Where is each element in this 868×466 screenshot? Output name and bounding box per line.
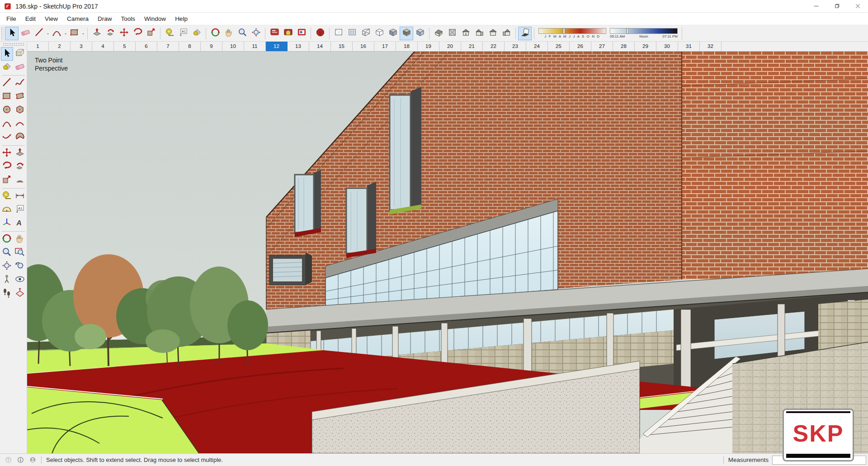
scene-tab-1[interactable]: 1 <box>27 42 49 51</box>
palette-look-around-button[interactable] <box>14 273 26 287</box>
shadow-time-handle[interactable] <box>627 28 629 34</box>
palette-eraser-button[interactable] <box>14 61 26 74</box>
shadow-time-slider[interactable]: 05:11 AMNoon07:11 PM <box>610 28 678 38</box>
toolbar-style-monochrome-button[interactable] <box>413 27 427 40</box>
rectangle-dropdown-button[interactable] <box>81 27 85 40</box>
toolbar-paint-bucket-button[interactable] <box>190 27 203 40</box>
scene-tab-24[interactable]: 24 <box>526 42 548 51</box>
scene-tab-3[interactable]: 3 <box>71 42 92 51</box>
scene-tab-17[interactable]: 17 <box>374 42 396 51</box>
palette-axes-button[interactable] <box>1 217 13 230</box>
toolbar-line-button[interactable] <box>32 27 46 40</box>
palette-follow-me-button[interactable] <box>14 160 26 174</box>
toolbar-view-back-button[interactable] <box>486 27 500 40</box>
toolbar-3d-warehouse-button[interactable] <box>281 27 295 40</box>
toolbar-tape-measure-button[interactable] <box>163 27 176 40</box>
menu-help[interactable]: Help <box>170 14 192 24</box>
scene-tab-18[interactable]: 18 <box>396 42 418 51</box>
scene-tab-25[interactable]: 25 <box>548 42 570 51</box>
palette-freehand-button[interactable] <box>14 76 26 90</box>
toolbar-zoom-extents-button[interactable] <box>249 27 263 40</box>
palette-polygon-button[interactable] <box>14 104 26 117</box>
geolocation-status-icon[interactable] <box>5 456 12 464</box>
palette-rectangle-button[interactable] <box>1 90 13 104</box>
menu-file[interactable]: File <box>2 14 21 24</box>
toolbar-style-shaded-button[interactable] <box>386 27 400 40</box>
toolbar-zoom-button[interactable] <box>236 27 249 40</box>
palette-arc-button[interactable] <box>1 117 13 131</box>
menu-edit[interactable]: Edit <box>21 14 40 24</box>
toolbar-arc-button[interactable] <box>50 27 63 40</box>
palette-three-point-arc-button[interactable] <box>1 131 13 144</box>
palette-text-button[interactable]: A1 <box>14 203 26 217</box>
palette-3d-text-button[interactable]: A <box>14 217 26 230</box>
toolbar-select-button[interactable] <box>5 27 19 40</box>
toolbar-style-x-ray-button[interactable] <box>345 27 359 40</box>
palette-zoom-extents-button[interactable] <box>1 260 13 273</box>
toolbar-follow-me-button[interactable] <box>104 27 117 40</box>
shadow-time-track[interactable] <box>610 28 678 34</box>
palette-offset-button[interactable] <box>14 174 26 187</box>
scene-tab-22[interactable]: 22 <box>483 42 505 51</box>
palette-zoom-window-button[interactable] <box>14 246 26 260</box>
scene-tab-28[interactable]: 28 <box>613 42 635 51</box>
scene-tab-6[interactable]: 6 <box>136 42 157 51</box>
palette-move-button[interactable] <box>1 147 13 160</box>
scene-tab-16[interactable]: 16 <box>353 42 374 51</box>
palette-walk-button[interactable] <box>1 287 13 300</box>
palette-make-component-button[interactable] <box>14 47 26 61</box>
toolbar-rotate-button[interactable] <box>131 27 144 40</box>
palette-rotated-rectangle-button[interactable] <box>14 90 26 104</box>
scene-tab-5[interactable]: 5 <box>114 42 136 51</box>
toolbar-view-left-button[interactable] <box>500 27 513 40</box>
toolbar-style-textured-button[interactable] <box>400 27 413 40</box>
shadow-date-handle[interactable] <box>563 28 565 34</box>
window-close-button[interactable] <box>847 0 868 13</box>
scene-tab-31[interactable]: 31 <box>678 42 700 51</box>
palette-protractor-button[interactable] <box>1 203 13 217</box>
menu-camera[interactable]: Camera <box>62 14 93 24</box>
menu-window[interactable]: Window <box>140 14 170 24</box>
toolbar-pan-button[interactable] <box>222 27 236 40</box>
toolbar-push-pull-button[interactable] <box>90 27 104 40</box>
user-status-icon[interactable] <box>29 456 37 464</box>
toolbar-view-front-button[interactable] <box>459 27 472 40</box>
menu-tools[interactable]: Tools <box>117 14 140 24</box>
scene-tab-8[interactable]: 8 <box>179 42 201 51</box>
scene-tab-19[interactable]: 19 <box>418 42 439 51</box>
scene-tab-14[interactable]: 14 <box>309 42 331 51</box>
toolbar-scale-button[interactable] <box>144 27 158 40</box>
palette-pie-button[interactable] <box>14 131 26 144</box>
scene-tab-13[interactable]: 13 <box>288 42 309 51</box>
palette-dimension-button[interactable] <box>14 190 26 203</box>
palette-tape-measure-button[interactable] <box>1 190 13 203</box>
scene-tab-29[interactable]: 29 <box>635 42 656 51</box>
palette-push-pull-button[interactable] <box>14 147 26 160</box>
toolbar-red-sphere-button[interactable] <box>313 27 327 40</box>
scene-tab-7[interactable]: 7 <box>157 42 179 51</box>
model-viewport[interactable]: Two Point Perspective <box>27 52 868 453</box>
shadow-date-slider[interactable]: J F M A M J J A S O N D <box>538 28 606 38</box>
scene-tab-2[interactable]: 2 <box>49 42 71 51</box>
toolbar-view-right-button[interactable] <box>472 27 486 40</box>
toolbar-style-wireframe-button[interactable] <box>359 27 373 40</box>
scene-tab-26[interactable]: 26 <box>570 42 591 51</box>
scene-tab-11[interactable]: 11 <box>244 42 266 51</box>
scene-tab-10[interactable]: 10 <box>222 42 244 51</box>
toolbar-text-button[interactable]: A1 <box>176 27 190 40</box>
menu-draw[interactable]: Draw <box>93 14 117 24</box>
palette-previous-button[interactable] <box>14 260 26 273</box>
toolbar-layout-button[interactable] <box>295 27 308 40</box>
palette-scale-button[interactable] <box>1 174 13 187</box>
toolbar-eraser-button[interactable] <box>19 27 32 40</box>
scene-tab-30[interactable]: 30 <box>656 42 678 51</box>
palette-two-point-arc-button[interactable] <box>14 117 26 131</box>
toolbar-view-top-button[interactable] <box>445 27 459 40</box>
palette-orbit-button[interactable] <box>1 233 13 246</box>
scene-tab-32[interactable]: 32 <box>700 42 722 51</box>
toolbar-orbit-button[interactable] <box>208 27 222 40</box>
scene-tab-15[interactable]: 15 <box>331 42 353 51</box>
window-minimize-button[interactable] <box>806 0 826 13</box>
shadow-date-track[interactable] <box>538 28 606 34</box>
scene-tab-20[interactable]: 20 <box>439 42 461 51</box>
